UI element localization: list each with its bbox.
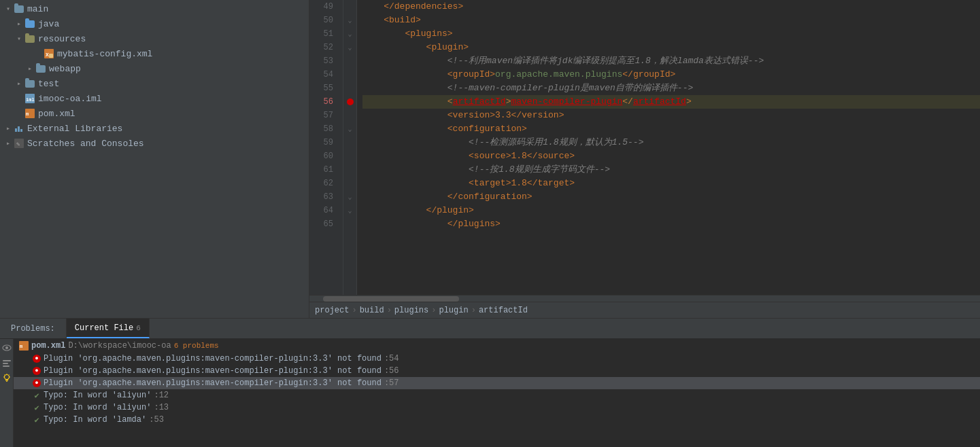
problems-content[interactable]: m pom.xml D:\workspace\imooc-oa 6 proble… [14, 339, 980, 447]
fold-50[interactable]: ⌄ [348, 16, 352, 24]
panel-icon-2[interactable] [1, 357, 13, 369]
problems-panel: Problems: Current File 6 [0, 318, 980, 447]
tag-64: </plugin> [362, 204, 474, 217]
tag-56-close-name: artifactId [633, 95, 686, 109]
sidebar-item-resources[interactable]: ▾ resources [0, 31, 309, 46]
problem-text-0: Plugin 'org.apache.maven.plugins:maven-c… [44, 354, 382, 363]
warning-icon-3: ✔ [33, 391, 41, 399]
horizontal-scrollbar[interactable] [309, 295, 980, 302]
sidebar-item-iml[interactable]: iml imooc-oa.iml [0, 91, 309, 106]
iml-icon: iml [24, 93, 35, 104]
arrow-test: ▸ [14, 79, 24, 88]
fold-51[interactable]: ⌄ [348, 30, 352, 38]
tag-60-close: </source> [527, 149, 575, 163]
check-5: ✔ [34, 415, 39, 425]
warning-icon-5: ✔ [33, 416, 41, 424]
sidebar-item-external-libs[interactable]: ▸ External Libraries [0, 121, 309, 136]
code-line-59: <!--检测源码采用1.8规则，默认为1.5--> [362, 136, 980, 149]
svg-text:m: m [20, 344, 22, 349]
breadcrumb-plugin[interactable]: plugin [439, 306, 468, 315]
sep-2: › [387, 306, 392, 315]
breadcrumb-artifactid[interactable]: artifactId [479, 306, 528, 315]
breadcrumb-bar: project › build › plugins › plugin › art… [309, 302, 980, 318]
tab-problems-label[interactable]: Problems: [3, 319, 67, 338]
line-num-49: 49 [309, 0, 337, 14]
problem-row-5[interactable]: ✔ Typo: In word 'lamda' :53 [14, 414, 980, 426]
code-line-60: <source>1.8</source> [362, 149, 980, 163]
code-scroll[interactable]: 49 50 51 52 53 54 55 56 57 58 59 60 61 6… [309, 0, 980, 295]
line-num-51: 51 [309, 27, 337, 41]
sidebar-label-resources: resources [38, 34, 86, 44]
tag-54-close: </groupId> [622, 68, 675, 82]
sidebar-item-mybatis[interactable]: X mybatis-config.xml [0, 46, 309, 61]
comment-53: <!--利用maven编译插件将jdk编译级别提高至1.8，解决lamda表达式… [362, 54, 764, 68]
gutter-57 [343, 109, 356, 122]
problems-label: Problems: [11, 324, 55, 334]
svg-rect-16 [6, 381, 7, 382]
sidebar: ▾ main ▸ java ▾ resources [0, 0, 309, 318]
code-line-52: <plugin> [362, 41, 980, 54]
scrollbar-thumb[interactable] [323, 296, 459, 302]
breadcrumb-project[interactable]: project [315, 306, 349, 315]
breadcrumb-build[interactable]: build [360, 306, 384, 315]
problem-row-0[interactable]: ● Plugin 'org.apache.maven.plugins:maven… [14, 353, 980, 365]
problem-line-3: :12 [154, 391, 169, 400]
val-56: maven-compiler-plugin [511, 95, 622, 109]
code-line-57: <version>3.3</version> [362, 109, 980, 122]
tag-50: <build> [362, 14, 421, 27]
gutter-52: ⌄ [343, 41, 356, 54]
svg-text:✎: ✎ [16, 141, 20, 148]
tag-56-open: < [362, 95, 453, 109]
line-num-64: 64 [309, 204, 337, 217]
tag-57-close: </version> [511, 109, 564, 122]
arrow-ext-libs: ▸ [3, 124, 14, 132]
tag-60-open: <source> [362, 149, 511, 163]
eye-icon[interactable] [1, 342, 13, 354]
problems-left-icons [0, 339, 14, 447]
check-3: ✔ [34, 391, 39, 401]
code-line-62: <target>1.8</target> [362, 177, 980, 190]
svg-text:X: X [46, 52, 49, 58]
line-num-60: 60 [309, 149, 337, 163]
sidebar-item-pom[interactable]: m pom.xml [0, 106, 309, 121]
problem-row-4[interactable]: ✔ Typo: In word 'aliyun' :13 [14, 401, 980, 414]
problem-row-3[interactable]: ✔ Typo: In word 'aliyun' :12 [14, 389, 980, 401]
sidebar-label-main: main [27, 4, 48, 14]
sidebar-item-test[interactable]: ▸ test [0, 76, 309, 91]
tab-current-file[interactable]: Current File 6 [67, 319, 150, 338]
val-54: org.apache.maven.plugins [495, 68, 622, 82]
line-num-50: 50 [309, 14, 337, 27]
gutter-56 [343, 95, 356, 109]
fold-63[interactable]: ⌄ [348, 193, 352, 201]
breadcrumb-plugins[interactable]: plugins [394, 306, 428, 315]
line-num-55: 55 [309, 82, 337, 95]
problem-text-3: Typo: In word 'aliyun' [44, 391, 151, 400]
code-content[interactable]: </dependencies> <build> <plugins> <plugi… [357, 0, 980, 295]
fold-58[interactable]: ⌄ [348, 125, 352, 133]
pom-file-icon: m [19, 341, 29, 351]
code-view: 49 50 51 52 53 54 55 56 57 58 59 60 61 6… [309, 0, 980, 318]
sidebar-item-java[interactable]: ▸ java [0, 16, 309, 31]
problem-count: 6 problems [174, 342, 219, 350]
error-marker-56 [347, 99, 354, 105]
code-line-55: <!--maven-compiler-plugin是maven自带的编译插件--… [362, 82, 980, 95]
gutter-54 [343, 68, 356, 82]
sidebar-item-webapp[interactable]: ▸ webapp [0, 61, 309, 76]
code-line-64: </plugin> [362, 204, 980, 217]
sidebar-item-main[interactable]: ▾ main [0, 1, 309, 16]
problem-file-path: D:\workspace\imooc-oa [68, 341, 171, 351]
fold-52[interactable]: ⌄ [348, 43, 352, 52]
gutter-53 [343, 54, 356, 68]
sidebar-label-scratches: Scratches and Consoles [27, 139, 144, 149]
svg-rect-13 [3, 365, 10, 367]
problem-row-1[interactable]: ● Plugin 'org.apache.maven.plugins:maven… [14, 365, 980, 377]
sidebar-item-scratches[interactable]: ▸ ✎ Scratches and Consoles [0, 136, 309, 151]
bulb-icon[interactable] [1, 372, 13, 384]
gutter-61 [343, 163, 356, 177]
problems-with-left: m pom.xml D:\workspace\imooc-oa 6 proble… [0, 339, 980, 447]
fold-64[interactable]: ⌄ [348, 207, 352, 215]
problem-line-5: :53 [149, 415, 164, 425]
tag-56-name: artifactId [453, 95, 506, 109]
gutter-51: ⌄ [343, 27, 356, 41]
problem-row-2[interactable]: ● Plugin 'org.apache.maven.plugins:maven… [14, 377, 980, 389]
